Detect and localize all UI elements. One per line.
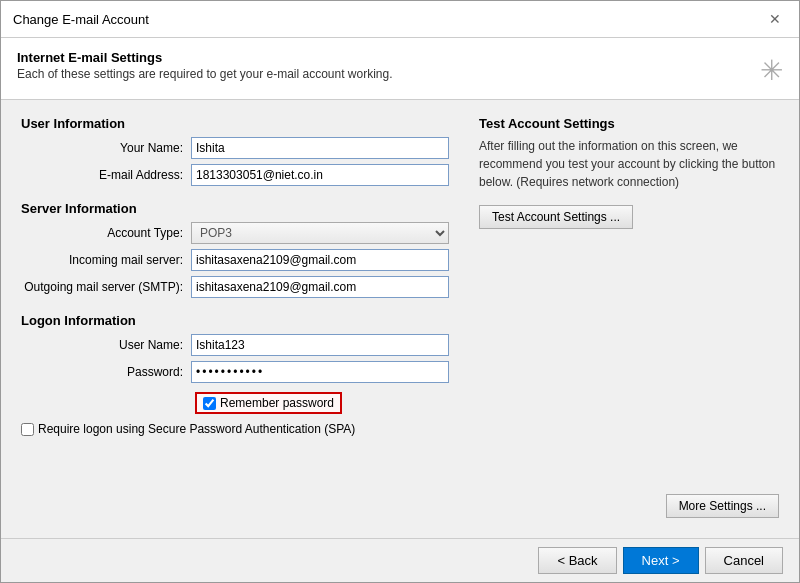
- spa-checkbox[interactable]: [21, 423, 34, 436]
- right-panel: Test Account Settings After filling out …: [479, 116, 779, 522]
- account-type-select[interactable]: POP3 IMAP: [191, 222, 449, 244]
- outgoing-mail-row: Outgoing mail server (SMTP):: [21, 276, 449, 298]
- remember-password-highlight: Remember password: [195, 392, 342, 414]
- remember-password-label: Remember password: [220, 396, 334, 410]
- dialog-title: Change E-mail Account: [13, 12, 149, 27]
- next-button[interactable]: Next >: [623, 547, 699, 574]
- spa-label: Require logon using Secure Password Auth…: [38, 422, 355, 436]
- header-section: Internet E-mail Settings Each of these s…: [1, 38, 799, 100]
- remember-password-row: Remember password: [195, 392, 449, 414]
- logon-info-title: Logon Information: [21, 313, 449, 328]
- username-row: User Name:: [21, 334, 449, 356]
- password-label: Password:: [21, 365, 191, 379]
- incoming-mail-input[interactable]: [191, 249, 449, 271]
- back-button[interactable]: < Back: [538, 547, 616, 574]
- spa-row: Require logon using Secure Password Auth…: [21, 422, 449, 436]
- outgoing-mail-label: Outgoing mail server (SMTP):: [21, 280, 191, 294]
- content-area: User Information Your Name: E-mail Addre…: [1, 100, 799, 538]
- your-name-input[interactable]: [191, 137, 449, 159]
- cancel-button[interactable]: Cancel: [705, 547, 783, 574]
- your-name-label: Your Name:: [21, 141, 191, 155]
- left-panel: User Information Your Name: E-mail Addre…: [21, 116, 449, 522]
- password-row: Password:: [21, 361, 449, 383]
- more-settings-button[interactable]: More Settings ...: [666, 494, 779, 518]
- account-type-row: Account Type: POP3 IMAP: [21, 222, 449, 244]
- account-type-label: Account Type:: [21, 226, 191, 240]
- change-email-dialog: Change E-mail Account ✕ Internet E-mail …: [0, 0, 800, 583]
- server-info-title: Server Information: [21, 201, 449, 216]
- email-address-input[interactable]: [191, 164, 449, 186]
- email-address-row: E-mail Address:: [21, 164, 449, 186]
- header-title: Internet E-mail Settings: [17, 50, 393, 65]
- close-button[interactable]: ✕: [763, 9, 787, 29]
- password-input[interactable]: [191, 361, 449, 383]
- email-address-label: E-mail Address:: [21, 168, 191, 182]
- test-title: Test Account Settings: [479, 116, 779, 131]
- header-description: Each of these settings are required to g…: [17, 67, 393, 81]
- test-description: After filling out the information on thi…: [479, 137, 779, 191]
- your-name-row: Your Name:: [21, 137, 449, 159]
- right-top: Test Account Settings After filling out …: [479, 116, 779, 229]
- test-account-settings-button[interactable]: Test Account Settings ...: [479, 205, 633, 229]
- header-text: Internet E-mail Settings Each of these s…: [17, 50, 393, 81]
- username-input[interactable]: [191, 334, 449, 356]
- outgoing-mail-input[interactable]: [191, 276, 449, 298]
- remember-password-checkbox[interactable]: [203, 397, 216, 410]
- footer: < Back Next > Cancel: [1, 538, 799, 582]
- username-label: User Name:: [21, 338, 191, 352]
- user-info-title: User Information: [21, 116, 449, 131]
- title-bar: Change E-mail Account ✕: [1, 1, 799, 38]
- right-bottom: More Settings ...: [479, 494, 779, 522]
- incoming-mail-row: Incoming mail server:: [21, 249, 449, 271]
- email-icon: ✳: [760, 54, 783, 87]
- incoming-mail-label: Incoming mail server:: [21, 253, 191, 267]
